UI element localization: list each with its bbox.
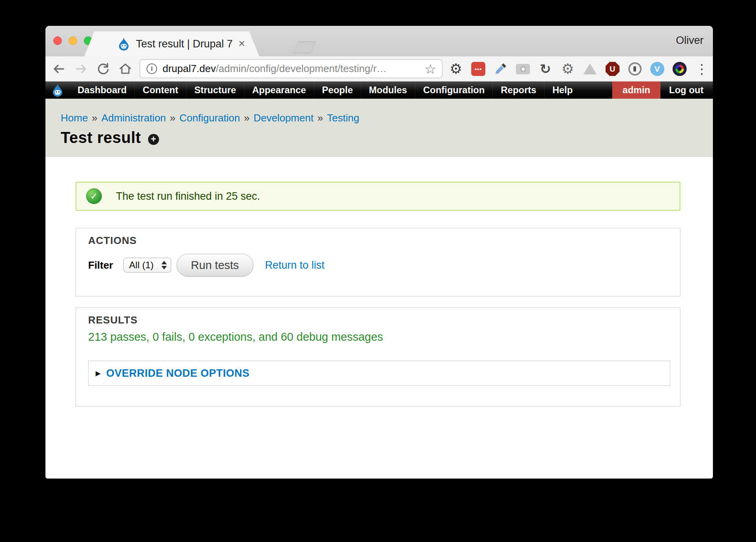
collapsed-arrow-icon: ▶ [96, 370, 101, 377]
page-title: Test result [61, 129, 141, 146]
actions-fieldset: ACTIONS Filter All (1) Run tests Return … [76, 228, 680, 296]
breadcrumb-separator: » [170, 112, 175, 124]
toolbar-item-help[interactable]: Help [544, 81, 581, 99]
breadcrumb-separator: » [317, 112, 323, 124]
toolbar-item-reports[interactable]: Reports [492, 81, 544, 99]
breadcrumb: Home»Administration»Configuration»Develo… [61, 112, 713, 124]
run-tests-button[interactable]: Run tests [177, 254, 253, 276]
reload-icon [96, 62, 110, 76]
password-dots-icon: ••• [471, 62, 485, 76]
vimeo-extension-icon[interactable]: V [649, 60, 666, 78]
breadcrumb-separator: » [92, 112, 97, 124]
camera-lens-icon [673, 62, 687, 76]
toolbar-user-admin[interactable]: admin [612, 81, 660, 99]
filter-select[interactable]: All (1) [123, 258, 171, 273]
breadcrumb-separator: » [244, 112, 250, 124]
camera-extension-icon[interactable] [514, 60, 532, 78]
shortcut-add-icon[interactable]: + [148, 134, 159, 145]
tab-close-icon[interactable]: × [238, 31, 245, 56]
forward-arrow-icon [74, 62, 88, 76]
ublock-extension-icon[interactable]: U [604, 60, 621, 78]
eyedropper-icon [494, 62, 507, 76]
forward-button[interactable] [73, 61, 89, 77]
drive-triangle-icon [583, 63, 597, 74]
select-arrows-icon [161, 261, 167, 269]
browser-navbar: i drupal7.dev/admin/config/development/t… [45, 56, 713, 81]
drive-extension-icon[interactable] [581, 60, 599, 78]
toolbar-item-appearance[interactable]: Appearance [244, 81, 314, 99]
breadcrumb-administration[interactable]: Administration [101, 112, 166, 124]
toolbar-item-modules[interactable]: Modules [361, 81, 415, 99]
toolbar-item-dashboard[interactable]: Dashboard [70, 81, 134, 99]
chrome-profile-name[interactable]: Oliver [676, 34, 704, 47]
url-path: /admin/config/development/testing/r… [216, 63, 387, 74]
url-text: drupal7.dev/admin/config/development/tes… [163, 63, 387, 75]
gear-alt-extension-icon[interactable]: ⚙ [559, 60, 576, 78]
toolbar-logout-link[interactable]: Log out [660, 81, 713, 99]
eyedropper-extension-icon[interactable] [492, 60, 509, 78]
page-header: Home»Administration»Configuration»Develo… [45, 99, 713, 157]
toolbar-item-people[interactable]: People [314, 81, 361, 99]
url-host: drupal7.dev [163, 63, 216, 74]
breadcrumb-home[interactable]: Home [61, 112, 88, 124]
drupal-favicon [117, 37, 130, 51]
camera-icon [516, 64, 530, 74]
override-node-options-label: OVERRIDE NODE OPTIONS [106, 367, 250, 379]
status-message-text: The test run finished in 25 sec. [116, 190, 260, 202]
new-tab-button[interactable] [293, 42, 316, 53]
toolbar-item-content[interactable]: Content [134, 81, 186, 99]
ring-extension-icon[interactable] [626, 60, 644, 78]
refresh-monitor-extension-icon[interactable]: ↻ [537, 60, 554, 78]
back-button[interactable] [51, 61, 67, 77]
back-arrow-icon [52, 62, 66, 76]
home-icon [118, 62, 132, 76]
status-message: ✓ The test run finished in 25 sec. [76, 182, 680, 211]
reload-button[interactable] [95, 61, 111, 77]
screenshot-root: Test result | Drupal 7 × Oliver [0, 0, 756, 542]
page-info-icon[interactable]: i [146, 63, 157, 74]
vimeo-circle-icon: V [650, 62, 664, 76]
new-tab-button-face [293, 42, 315, 53]
mac-minimize-button[interactable] [69, 36, 77, 45]
breadcrumb-configuration[interactable]: Configuration [179, 112, 240, 124]
password-manager-extension-icon[interactable]: ••• [470, 60, 487, 78]
keyhole-circle-icon [628, 62, 642, 76]
filter-select-value: All (1) [129, 260, 154, 271]
extensions-row: ⚙ ••• ↻ ⚙ [447, 60, 711, 78]
title-row: Test result + [61, 129, 713, 146]
chrome-menu-button[interactable]: ⋮ [693, 60, 711, 78]
breadcrumb-testing[interactable]: Testing [327, 112, 359, 124]
drupal-admin-toolbar: Dashboard Content Structure Appearance P… [45, 81, 713, 99]
toolbar-item-structure[interactable]: Structure [186, 81, 244, 99]
browser-window: Test result | Drupal 7 × Oliver [45, 26, 713, 479]
browser-tab[interactable]: Test result | Drupal 7 × [84, 31, 259, 56]
results-summary: 213 passes, 0 fails, 0 exceptions, and 6… [88, 331, 383, 343]
drupal-home-button[interactable] [45, 81, 70, 99]
gear-extension-icon[interactable]: ⚙ [447, 60, 465, 78]
url-bar[interactable]: i drupal7.dev/admin/config/development/t… [139, 59, 443, 78]
drupal-logo-icon [52, 83, 63, 97]
actions-row: Filter All (1) Run tests Return to list [88, 253, 324, 277]
actions-legend: ACTIONS [88, 235, 137, 247]
kebab-menu-icon: ⋮ [695, 62, 709, 76]
toolbar-item-configuration[interactable]: Configuration [415, 81, 492, 99]
filter-label: Filter [88, 259, 113, 271]
lens-extension-icon[interactable] [671, 60, 688, 78]
override-node-options-fieldset[interactable]: ▶ OVERRIDE NODE OPTIONS [88, 361, 670, 386]
breadcrumb-development[interactable]: Development [253, 112, 313, 124]
results-fieldset: RESULTS 213 passes, 0 fails, 0 exception… [76, 307, 680, 406]
browser-titlebar: Test result | Drupal 7 × Oliver [45, 26, 713, 56]
tab-title: Test result | Drupal 7 [136, 31, 233, 56]
success-check-icon: ✓ [86, 188, 102, 204]
return-to-list-link[interactable]: Return to list [265, 259, 325, 271]
mac-close-button[interactable] [53, 36, 62, 45]
ublock-octagon-icon: U [606, 62, 620, 76]
page-content: ✓ The test run finished in 25 sec. ACTIO… [45, 157, 713, 479]
home-button[interactable] [118, 61, 133, 77]
toolbar-user-area: admin Log out [612, 81, 713, 99]
bookmark-star-icon[interactable]: ☆ [425, 62, 436, 76]
results-legend: RESULTS [88, 314, 137, 326]
